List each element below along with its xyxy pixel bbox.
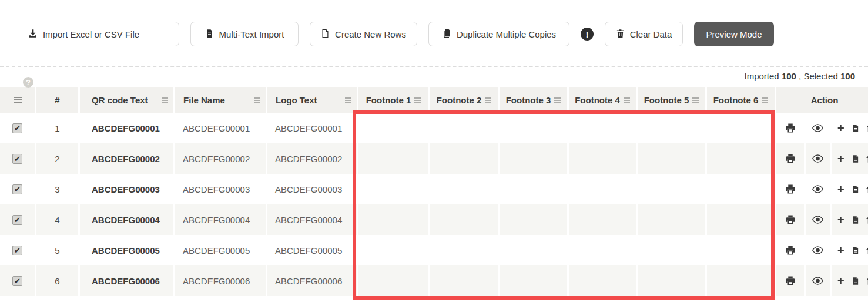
column-menu-icon[interactable] [762,97,768,103]
footnote-5-cell[interactable] [638,265,705,296]
footnote-3-cell[interactable] [500,235,567,265]
column-menu-icon[interactable] [692,97,699,103]
eye-icon[interactable] [812,123,823,133]
column-menu-icon[interactable] [554,97,561,103]
file-name-cell[interactable]: ABCDEFG00003 [175,174,266,204]
create-new-rows-button[interactable]: Create New Rows [310,22,417,46]
question-circle-icon[interactable]: ? [23,77,33,88]
footnote-2-cell[interactable] [430,204,498,235]
exclamation-circle-icon[interactable]: ! [581,28,594,41]
file-icon[interactable] [852,276,859,286]
column-menu-icon[interactable] [414,97,421,103]
logo-text-cell[interactable]: ABCDEFG00001 [267,113,357,143]
eye-icon[interactable] [812,215,823,224]
qr-code-text-cell[interactable]: ABCDEFG00001 [80,113,173,143]
arrow-up-icon[interactable] [865,184,868,194]
footnote-1-cell[interactable] [358,235,428,265]
footnote-4-cell[interactable] [569,113,636,143]
footnote-2-cell[interactable] [430,113,498,143]
logo-text-cell[interactable]: ABCDEFG00002 [267,143,357,174]
plus-icon[interactable] [837,246,845,255]
footnote-4-cell[interactable] [569,235,636,265]
footnote-2-cell[interactable] [430,265,498,296]
qr-code-text-cell[interactable]: ABCDEFG00003 [80,174,173,204]
column-menu-icon[interactable] [485,97,491,103]
footnote-6-cell[interactable] [707,143,775,174]
footnote-6-cell[interactable] [707,174,775,204]
arrow-up-icon[interactable] [865,215,868,225]
footnote-6-cell[interactable] [707,265,775,296]
footnote-3-cell[interactable] [500,265,567,296]
row-checkbox[interactable]: ✔ [12,184,22,194]
footnote-2-cell[interactable] [430,174,498,204]
row-checkbox[interactable]: ✔ [12,123,22,133]
footnote-6-cell[interactable] [707,235,775,265]
duplicate-multiple-copies-button[interactable]: Duplicate Multiple Copies [428,22,569,46]
footnote-6-cell[interactable] [707,113,775,143]
footnote-1-cell[interactable] [358,204,428,235]
eye-icon[interactable] [812,184,823,194]
file-name-cell[interactable]: ABCDEFG00006 [175,265,266,296]
column-menu-icon[interactable] [254,97,260,103]
row-checkbox[interactable]: ✔ [12,276,22,286]
arrow-up-icon[interactable] [865,246,868,255]
qr-code-text-cell[interactable]: ABCDEFG00005 [80,235,173,265]
footnote-3-cell[interactable] [500,174,567,204]
printer-icon[interactable] [785,123,796,133]
footnote-5-cell[interactable] [638,143,705,174]
multi-text-import-button[interactable]: Multi-Text Import [190,22,299,46]
file-icon[interactable] [852,123,859,133]
plus-icon[interactable] [837,215,845,224]
file-name-cell[interactable]: ABCDEFG00002 [175,143,266,174]
footnote-5-cell[interactable] [638,204,705,235]
menu-icon[interactable] [14,97,22,103]
footnote-3-cell[interactable] [500,204,567,235]
eye-icon[interactable] [812,246,823,255]
footnote-5-cell[interactable] [638,174,705,204]
row-checkbox[interactable]: ✔ [12,154,22,164]
footnote-5-cell[interactable] [638,113,705,143]
footnote-3-cell[interactable] [500,113,567,143]
plus-icon[interactable] [837,123,845,133]
footnote-6-cell[interactable] [707,204,775,235]
file-icon[interactable] [852,184,859,194]
footnote-3-cell[interactable] [500,143,567,174]
plus-icon[interactable] [837,184,845,194]
file-icon[interactable] [852,215,859,225]
file-name-cell[interactable]: ABCDEFG00004 [175,204,266,235]
row-checkbox[interactable]: ✔ [12,246,22,255]
column-menu-icon[interactable] [162,97,168,103]
import-excel-csv-button[interactable]: Import Excel or CSV File [0,22,179,46]
footnote-4-cell[interactable] [569,265,636,296]
footnote-1-cell[interactable] [358,265,428,296]
file-icon[interactable] [852,246,859,255]
preview-mode-button[interactable]: Preview Mode [694,22,774,46]
footnote-4-cell[interactable] [569,204,636,235]
arrow-up-icon[interactable] [865,123,868,133]
footnote-4-cell[interactable] [569,143,636,174]
arrow-up-icon[interactable] [865,154,868,164]
footnote-2-cell[interactable] [430,143,498,174]
column-menu-icon[interactable] [345,97,351,103]
footnote-5-cell[interactable] [638,235,705,265]
footnote-2-cell[interactable] [430,235,498,265]
logo-text-cell[interactable]: ABCDEFG00004 [267,204,357,235]
footnote-1-cell[interactable] [358,174,428,204]
printer-icon[interactable] [785,245,796,255]
eye-icon[interactable] [812,276,823,285]
printer-icon[interactable] [785,153,796,164]
qr-code-text-cell[interactable]: ABCDEFG00002 [80,143,173,174]
qr-code-text-cell[interactable]: ABCDEFG00006 [80,265,173,296]
eye-icon[interactable] [812,154,823,163]
file-name-cell[interactable]: ABCDEFG00001 [175,113,266,143]
row-checkbox[interactable]: ✔ [12,215,22,225]
file-name-cell[interactable]: ABCDEFG00005 [175,235,266,265]
logo-text-cell[interactable]: ABCDEFG00005 [267,235,357,265]
logo-text-cell[interactable]: ABCDEFG00006 [267,265,357,296]
footnote-4-cell[interactable] [569,174,636,204]
column-menu-icon[interactable] [624,97,630,103]
plus-icon[interactable] [837,276,845,285]
printer-icon[interactable] [785,275,796,286]
plus-icon[interactable] [837,154,845,163]
logo-text-cell[interactable]: ABCDEFG00003 [267,174,357,204]
